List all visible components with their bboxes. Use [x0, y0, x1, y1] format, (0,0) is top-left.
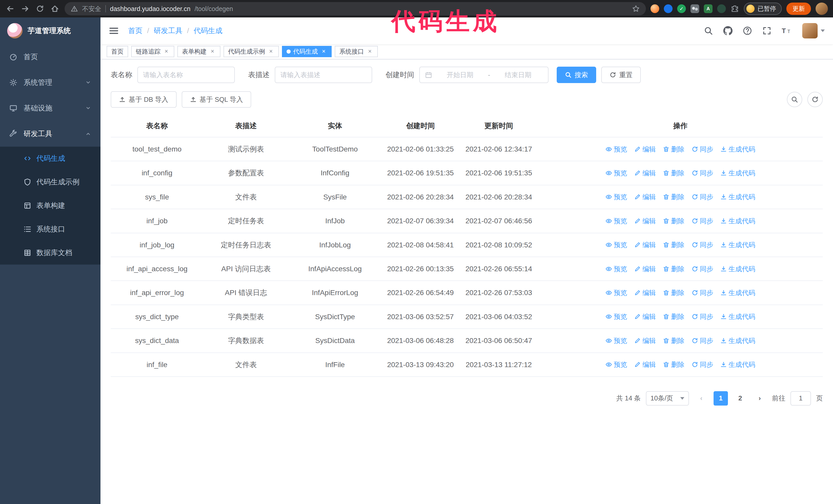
table-row[interactable]: sys_file 文件表 SysFile 2021-02-06 20:28:34… — [111, 185, 823, 209]
edit-action[interactable]: 编辑 — [634, 264, 656, 274]
extension-icon-dark[interactable] — [717, 4, 726, 13]
preview-action[interactable]: 预览 — [605, 264, 627, 274]
tab-codegen-example[interactable]: 代码生成示例 — [223, 46, 279, 57]
table-row[interactable]: tool_test_demo 测试示例表 ToolTestDemo 2021-0… — [111, 137, 823, 161]
generate-code-action[interactable]: 生成代码 — [720, 288, 755, 298]
generate-code-action[interactable]: 生成代码 — [720, 144, 755, 154]
table-desc-input[interactable] — [275, 67, 372, 83]
extension-icon-people[interactable] — [690, 4, 699, 13]
delete-action[interactable]: 删除 — [663, 192, 684, 202]
reload-icon[interactable] — [35, 4, 45, 14]
close-icon[interactable] — [268, 48, 274, 55]
table-row[interactable]: inf_file 文件表 InfFile 2021-03-13 09:43:20… — [111, 353, 823, 377]
toggle-search-button[interactable] — [787, 92, 802, 107]
delete-action[interactable]: 删除 — [663, 144, 684, 154]
edit-action[interactable]: 编辑 — [634, 192, 656, 202]
table-row[interactable]: sys_dict_type 字典类型表 SysDictType 2021-03-… — [111, 305, 823, 329]
edit-action[interactable]: 编辑 — [634, 311, 656, 322]
prev-page-button[interactable]: ‹ — [694, 391, 709, 406]
sync-action[interactable]: 同步 — [691, 359, 713, 370]
refresh-table-button[interactable] — [807, 92, 823, 107]
tab-codegen[interactable]: 代码生成 — [282, 46, 332, 57]
generate-code-action[interactable]: 生成代码 — [720, 311, 755, 322]
extension-icon-fox[interactable] — [650, 4, 659, 13]
edit-action[interactable]: 编辑 — [634, 288, 656, 298]
edit-action[interactable]: 编辑 — [634, 144, 656, 154]
table-row[interactable]: inf_job 定时任务表 InfJob 2021-02-07 06:39:34… — [111, 209, 823, 233]
delete-action[interactable]: 删除 — [663, 264, 684, 274]
create-time-range-picker[interactable]: 开始日期 - 结束日期 — [419, 67, 548, 83]
help-icon[interactable] — [743, 26, 752, 35]
generate-code-action[interactable]: 生成代码 — [720, 192, 755, 202]
breadcrumb-home[interactable]: 首页 — [128, 26, 154, 35]
sync-action[interactable]: 同步 — [691, 240, 713, 250]
sync-action[interactable]: 同步 — [691, 192, 713, 202]
extension-icon-drop[interactable] — [664, 4, 672, 13]
delete-action[interactable]: 删除 — [663, 240, 684, 250]
generate-code-action[interactable]: 生成代码 — [720, 240, 755, 250]
sync-action[interactable]: 同步 — [691, 216, 713, 226]
sidebar-item-dev-tools[interactable]: 研发工具 — [0, 121, 100, 147]
import-db-button[interactable]: 基于 DB 导入 — [111, 91, 176, 108]
sidebar-item-system-api[interactable]: 系统接口 — [0, 217, 100, 241]
sync-action[interactable]: 同步 — [691, 336, 713, 346]
table-row[interactable]: inf_job_log 定时任务日志表 InfJobLog 2021-02-08… — [111, 233, 823, 257]
github-icon[interactable] — [723, 26, 733, 35]
breadcrumb-dev-tools[interactable]: 研发工具 — [154, 26, 194, 35]
preview-action[interactable]: 预览 — [605, 240, 627, 250]
extensions-puzzle-icon[interactable] — [731, 4, 739, 13]
browser-profile-avatar[interactable] — [815, 3, 828, 15]
home-icon[interactable] — [50, 4, 60, 14]
edit-action[interactable]: 编辑 — [634, 359, 656, 370]
close-icon[interactable] — [209, 48, 216, 55]
import-sql-button[interactable]: 基于 SQL 导入 — [182, 91, 252, 108]
sidebar-item-form-builder[interactable]: 表单构建 — [0, 194, 100, 217]
edit-action[interactable]: 编辑 — [634, 240, 656, 250]
sidebar-item-db-docs[interactable]: 数据库文档 — [0, 241, 100, 265]
sidebar-item-infrastructure[interactable]: 基础设施 — [0, 95, 100, 121]
generate-code-action[interactable]: 生成代码 — [720, 168, 755, 178]
generate-code-action[interactable]: 生成代码 — [720, 336, 755, 346]
delete-action[interactable]: 删除 — [663, 168, 684, 178]
user-menu[interactable] — [802, 23, 825, 39]
delete-action[interactable]: 删除 — [663, 359, 684, 370]
delete-action[interactable]: 删除 — [663, 216, 684, 226]
sync-action[interactable]: 同步 — [691, 264, 713, 274]
close-icon[interactable] — [320, 48, 327, 55]
goto-page-input[interactable] — [790, 391, 811, 406]
close-icon[interactable] — [163, 48, 170, 55]
preview-action[interactable]: 预览 — [605, 168, 627, 178]
page-size-select[interactable]: 10条/页 — [646, 391, 689, 406]
delete-action[interactable]: 删除 — [663, 311, 684, 322]
sync-action[interactable]: 同步 — [691, 311, 713, 322]
delete-action[interactable]: 删除 — [663, 288, 684, 298]
page-button-1[interactable]: 1 — [714, 391, 728, 406]
paused-badge[interactable]: 已暂停 — [744, 3, 782, 15]
extension-icon-check[interactable]: ✓ — [677, 4, 686, 13]
delete-action[interactable]: 删除 — [663, 336, 684, 346]
page-button-2[interactable]: 2 — [733, 391, 747, 406]
font-size-icon[interactable]: TT — [782, 27, 792, 35]
sidebar-item-codegen[interactable]: 代码生成 — [0, 147, 100, 170]
preview-action[interactable]: 预览 — [605, 311, 627, 322]
generate-code-action[interactable]: 生成代码 — [720, 359, 755, 370]
preview-action[interactable]: 预览 — [605, 336, 627, 346]
address-bar[interactable]: 不安全 dashboard.yudao.iocoder.cn /tool/cod… — [65, 2, 646, 16]
table-name-input[interactable] — [137, 67, 235, 83]
reset-button[interactable]: 重置 — [601, 67, 641, 83]
sync-action[interactable]: 同步 — [691, 168, 713, 178]
table-row[interactable]: inf_api_error_log API 错误日志 InfApiErrorLo… — [111, 281, 823, 305]
tab-tracing[interactable]: 链路追踪 — [131, 46, 174, 57]
sync-action[interactable]: 同步 — [691, 288, 713, 298]
sidebar-logo[interactable]: 芋道管理系统 — [0, 18, 100, 44]
close-icon[interactable] — [366, 48, 373, 55]
hamburger-icon[interactable] — [109, 26, 119, 36]
edit-action[interactable]: 编辑 — [634, 168, 656, 178]
generate-code-action[interactable]: 生成代码 — [720, 216, 755, 226]
bookmark-star-icon[interactable] — [632, 5, 640, 13]
table-row[interactable]: inf_config 参数配置表 InfConfig 2021-02-06 19… — [111, 161, 823, 185]
edit-action[interactable]: 编辑 — [634, 216, 656, 226]
tab-home[interactable]: 首页 — [106, 46, 128, 57]
table-row[interactable]: inf_api_access_log API 访问日志表 InfApiAcces… — [111, 257, 823, 281]
preview-action[interactable]: 预览 — [605, 288, 627, 298]
